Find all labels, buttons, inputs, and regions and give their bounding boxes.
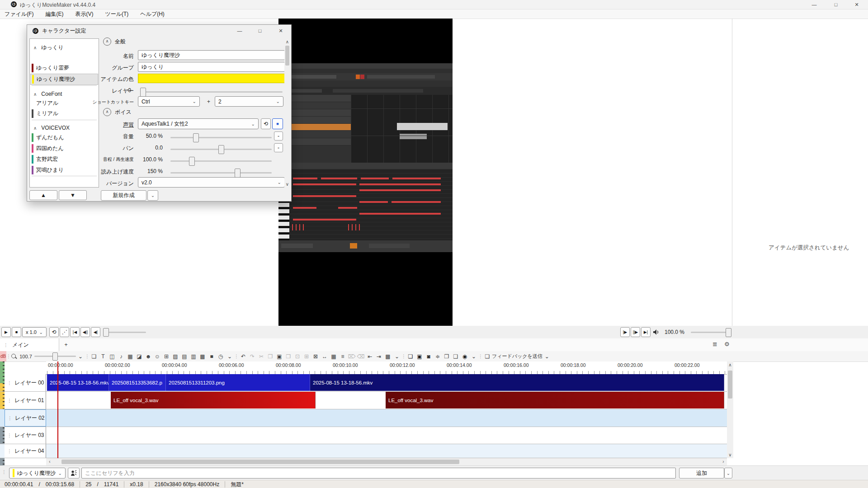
open-folder-icon[interactable]: ▣	[415, 353, 424, 360]
name-field[interactable]: ゆっくり魔理沙	[138, 50, 285, 60]
audio-item-icon[interactable]: ♪	[117, 353, 126, 360]
refresh-voice-icon[interactable]: ⟲	[261, 118, 271, 129]
create-new-dropdown[interactable]: ⌄	[147, 190, 158, 201]
solid-item-icon[interactable]: ■	[207, 353, 216, 360]
scroll-up-icon[interactable]: ∧	[727, 362, 733, 367]
version-select[interactable]: v2.0 ⌄	[138, 177, 285, 188]
scroll-down-icon[interactable]: ∨	[284, 182, 290, 187]
subtitle-item-icon[interactable]: ❏	[90, 353, 99, 360]
volume-stepper[interactable]: -	[274, 131, 283, 141]
layer-drag-handle-icon[interactable]: ⋮	[7, 433, 11, 438]
pan-slider[interactable]	[170, 149, 272, 150]
text-item-icon[interactable]: T	[99, 353, 108, 360]
shape-item-icon[interactable]: ◪	[135, 353, 144, 360]
more-items-chevron-icon[interactable]: ⌄	[225, 353, 234, 360]
maximize-icon[interactable]: □	[829, 0, 843, 9]
speak-button[interactable]	[68, 468, 80, 479]
play-button[interactable]: ▶	[1, 327, 11, 337]
paste-special-icon[interactable]: ❒	[284, 353, 293, 360]
pan-stepper[interactable]: -	[274, 143, 283, 152]
scroll-thumb[interactable]	[285, 46, 289, 66]
delete-icon[interactable]: ⌦	[347, 353, 356, 360]
undo-icon[interactable]: ↶	[239, 353, 248, 360]
add-tab-button[interactable]: +	[59, 338, 73, 351]
drag-handle-icon[interactable]: ⋮	[4, 343, 8, 347]
voice-quality-link[interactable]: 声質	[75, 121, 134, 129]
slider-thumb[interactable]	[235, 169, 241, 178]
voice-select[interactable]: AquesTalk1 / 女性2 ⌄	[138, 118, 259, 129]
character-item-icon[interactable]: ☻	[144, 353, 153, 360]
next-item-button[interactable]: ||▶	[631, 327, 640, 337]
go-to-start-button[interactable]: |◀	[70, 327, 80, 337]
dialog-scrollbar[interactable]: ∧ ∨	[284, 38, 290, 188]
feedback-chevron-icon[interactable]: ⌄	[542, 353, 552, 360]
timeline-clip[interactable]: LE_off vocal_3.wav	[111, 392, 316, 408]
paste-icon[interactable]: ▣	[275, 353, 284, 360]
wait-item-icon[interactable]: ◷	[216, 353, 225, 360]
template-item-icon[interactable]: ▤	[180, 353, 189, 360]
menu-view[interactable]: 表示(V)	[75, 10, 93, 18]
add-serif-button[interactable]: 追加	[679, 468, 724, 479]
group-field[interactable]: ゆっくり	[138, 62, 285, 72]
layer-row-02[interactable]: ⋮レイヤー 02	[0, 409, 727, 427]
timeline-ruler[interactable]: 00:00:00.00 00:00:02.00 00:00:04.00 00:0…	[46, 361, 727, 375]
menu-file[interactable]: ファイル(F)	[5, 10, 33, 18]
scroll-thumb[interactable]	[728, 371, 732, 399]
timeline-clip[interactable]: LE_off vocal_3.wav	[386, 392, 724, 408]
layer-slider[interactable]	[140, 91, 283, 93]
tab-settings-gear-icon[interactable]: ⚙	[724, 341, 730, 347]
menu-edit[interactable]: 編集(E)	[45, 10, 63, 18]
dialog-maximize-icon[interactable]: □	[253, 27, 267, 35]
slider-thumb[interactable]	[140, 88, 146, 97]
shortcut-key-select[interactable]: Ctrl ⌄	[138, 96, 200, 107]
timeline-horizontal-scrollbar[interactable]: ‹ ›	[46, 458, 727, 465]
scroll-left-icon[interactable]: ‹	[47, 459, 52, 464]
scroll-up-icon[interactable]: ∧	[284, 39, 290, 44]
feedback-icon[interactable]: ❏	[483, 353, 492, 360]
add-serif-dropdown[interactable]: ⌄	[724, 468, 732, 479]
move-up-button[interactable]: ▲	[29, 190, 57, 200]
timeline-clip[interactable]: 2025081513311203.png	[166, 374, 310, 391]
grid-icon[interactable]: ▦	[329, 353, 338, 360]
effect-item-icon[interactable]: ▨	[171, 353, 180, 360]
align-icon[interactable]: ≡	[338, 353, 347, 360]
new-file-icon[interactable]: ❏	[406, 353, 415, 360]
serif-character-select[interactable]: ゆっくり魔理沙 ⌄	[9, 468, 66, 479]
lock-icon[interactable]: ⊠	[311, 353, 320, 360]
timeline-clip[interactable]: 2025-08-15 13-18-56.mkv	[310, 374, 724, 391]
settings-sliders-icon[interactable]: ≑	[433, 353, 442, 360]
speed-slider[interactable]	[170, 172, 272, 174]
slider-thumb[interactable]	[52, 352, 58, 361]
pattern-item-icon[interactable]: ▩	[198, 353, 207, 360]
go-to-end-button[interactable]: ▶|	[641, 327, 651, 337]
snap-icon[interactable]: ▩	[383, 353, 392, 360]
create-new-button[interactable]: 新規作成	[101, 190, 146, 201]
export-chevron-icon[interactable]: ⌄	[469, 353, 478, 360]
copy-page-icon[interactable]: ❐	[442, 353, 451, 360]
toolbar-grip-icon[interactable]: ⋮	[6, 354, 11, 359]
next-frame-button[interactable]: |▶	[620, 327, 630, 337]
volume-slider[interactable]	[691, 332, 731, 333]
slider-thumb[interactable]	[726, 328, 731, 337]
video-item-icon[interactable]: ◫	[108, 353, 117, 360]
slider-thumb[interactable]	[189, 157, 195, 166]
layer-drag-handle-icon[interactable]: ⋮	[7, 398, 11, 403]
timeline-clip[interactable]: 2025-08-15 13-18-56.mkv	[47, 374, 109, 391]
layer-drag-handle-icon[interactable]: ⋮	[7, 380, 11, 385]
timeline-zoom-slider[interactable]	[34, 356, 76, 357]
frame-item-icon[interactable]: ⊞	[162, 353, 171, 360]
copy-page-alt-icon[interactable]: ❑	[451, 353, 460, 360]
stop-voice-button[interactable]: ■	[272, 118, 283, 129]
group-item-icon[interactable]: ▥	[189, 353, 198, 360]
item-color-swatch[interactable]	[138, 74, 285, 83]
menu-tools[interactable]: ツール(T)	[105, 10, 128, 18]
redo-icon[interactable]: ↷	[248, 353, 257, 360]
jump-end-icon[interactable]: ⇥	[374, 353, 383, 360]
scroll-down-icon[interactable]: ∨	[727, 452, 733, 457]
zoom-chevron-icon[interactable]: ⌄	[76, 353, 85, 360]
pitch-slider[interactable]	[170, 160, 272, 162]
slider-thumb[interactable]	[218, 145, 224, 154]
layer-drag-handle-icon[interactable]: ⋮	[8, 416, 12, 421]
scroll-right-icon[interactable]: ›	[721, 459, 726, 464]
jump-start-icon[interactable]: ⇤	[365, 353, 374, 360]
